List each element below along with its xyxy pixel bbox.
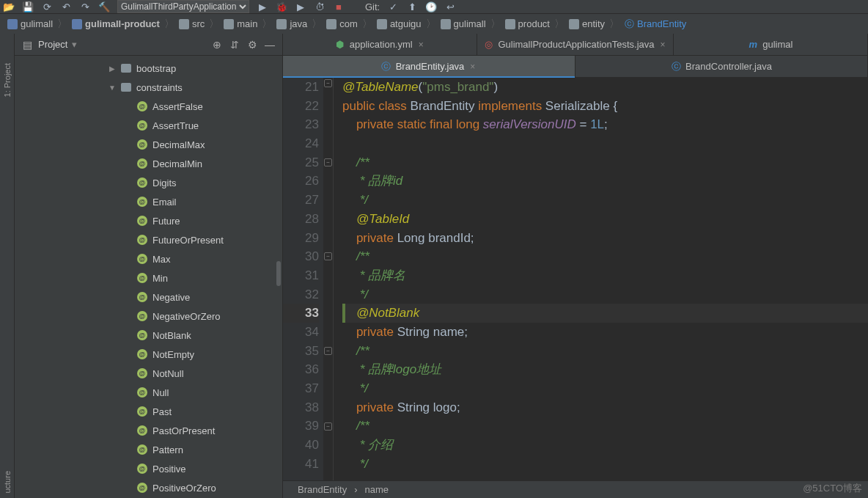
code-line[interactable]: * 介绍 [342,436,868,455]
line-number[interactable]: 39 [283,417,319,436]
tree-item-Email[interactable]: @Email [15,192,282,211]
breadcrumb-atguigu[interactable]: atguigu [374,18,424,29]
breadcrumb-BrandEntity[interactable]: ⓒBrandEntity [621,18,689,29]
debug-icon[interactable]: 🐞 [276,1,287,12]
fold-toggle-icon[interactable]: − [324,79,332,87]
line-number[interactable]: 27 [283,191,319,210]
tree-item-AssertTrue[interactable]: @AssertTrue [15,116,282,135]
line-number[interactable]: 33 [283,304,319,323]
tree-item-Null[interactable]: @Null [15,383,282,402]
tree-item-Past[interactable]: @Past [15,402,282,421]
code-line[interactable]: */ [342,455,868,474]
tree-item-Pattern[interactable]: @Pattern [15,440,282,459]
save-icon[interactable]: 💾 [22,1,34,12]
line-number[interactable]: 22 [283,97,319,116]
code-line[interactable]: * 品牌id [342,172,868,191]
collapse-icon[interactable]: ⇵ [228,38,241,51]
breadcrumb-main[interactable]: main [221,18,260,29]
git-commit-icon[interactable]: ⬆ [406,1,418,12]
code-body[interactable]: @TableName("pms_brand")public class Bran… [334,78,868,480]
code-line[interactable]: /** [342,153,868,172]
tab-GulimallProductApplicationTests.java[interactable]: ◎GulimallProductApplicationTests.java× [477,34,673,55]
code-line[interactable]: public class BrandEntity implements Seri… [342,97,868,116]
tree-item-PastOrPresent[interactable]: @PastOrPresent [15,421,282,440]
undo-icon[interactable]: ↶ [60,1,72,12]
line-number[interactable]: 34 [283,323,319,342]
open-icon[interactable]: 📂 [3,1,15,12]
code-line[interactable]: private Long brandId; [342,229,868,248]
rail-project[interactable]: 1: Project [3,63,12,97]
tree-item-Max[interactable]: @Max [15,249,282,268]
fold-toggle-icon[interactable]: − [324,158,332,166]
tree-item-DecimalMax[interactable]: @DecimalMax [15,135,282,154]
tree-item-Min[interactable]: @Min [15,268,282,288]
breadcrumb-com[interactable]: com [323,18,361,29]
breadcrumb-product[interactable]: product [502,18,553,29]
hide-icon[interactable]: — [263,38,276,51]
code-line[interactable]: private static final long serialVersionU… [342,115,868,134]
breadcrumb-src[interactable]: src [176,18,207,29]
code-line[interactable]: /** [342,342,868,361]
project-tree[interactable]: ▶bootstrap▼constraints@AssertFalse@Asser… [15,56,282,498]
line-number[interactable]: 36 [283,360,319,379]
line-number[interactable]: 26 [283,172,319,191]
line-number[interactable]: 23 [283,115,319,134]
rail-structure[interactable]: ucture [3,471,12,494]
tree-item-FutureOrPresent[interactable]: @FutureOrPresent [15,230,282,249]
line-number[interactable]: 30 [283,247,319,266]
fold-column[interactable]: −−−−− [323,78,334,480]
breadcrumb-gulimall[interactable]: gulimall [4,18,56,29]
line-number[interactable]: 24 [283,134,319,153]
tree-item-constraints[interactable]: ▼constraints [15,78,282,97]
code-line[interactable]: private String name; [342,323,868,342]
code-line[interactable] [342,134,868,153]
chevron-icon[interactable]: ▶ [108,65,116,73]
git-revert-icon[interactable]: ↩ [444,1,456,12]
refresh-icon[interactable]: ⟳ [41,1,53,12]
tree-item-NotBlank[interactable]: @NotBlank [15,326,282,345]
project-view-dropdown-icon[interactable]: ▾ [72,39,77,50]
code-line[interactable]: */ [342,191,868,210]
tree-item-NotNull[interactable]: @NotNull [15,364,282,383]
chevron-icon[interactable]: ▼ [108,84,116,92]
code-line[interactable]: private String logo; [342,398,868,417]
code-line[interactable]: */ [342,379,868,398]
code-line[interactable]: @TableName("pms_brand") [342,78,868,97]
line-number[interactable]: 37 [283,379,319,398]
line-number[interactable]: 38 [283,398,319,417]
line-number[interactable]: 21 [283,78,319,97]
code-editor[interactable]: 2122232425262728293031323334353637383940… [283,78,868,480]
code-line[interactable]: /** [342,417,868,436]
tree-item-NegativeOrZero[interactable]: @NegativeOrZero [15,307,282,326]
tree-item-DecimalMin[interactable]: @DecimalMin [15,154,282,173]
hammer-icon[interactable]: 🔨 [98,1,110,12]
fold-toggle-icon[interactable]: − [324,252,332,260]
tab-BrandController.java[interactable]: ⓒBrandController.java [575,56,868,77]
line-number[interactable]: 29 [283,229,319,248]
breadcrumb-entity[interactable]: entity [566,18,608,29]
tab-gulimal[interactable]: mgulimal [674,34,868,55]
line-number[interactable]: 28 [283,210,319,229]
code-line[interactable]: * 品牌logo地址 [342,360,868,379]
line-number[interactable]: 41 [283,455,319,474]
gear-icon[interactable]: ⚙ [246,38,259,51]
project-view-icon[interactable]: ▤ [21,38,34,51]
run-config-select[interactable]: GulimallThirdPartyApplication [117,0,249,13]
breadcrumb-gulimall[interactable]: gulimall [438,18,489,29]
redo-icon[interactable]: ↷ [79,1,91,12]
tab-BrandEntity.java[interactable]: ⓒBrandEntity.java× [283,56,575,77]
line-number[interactable]: 32 [283,285,319,304]
stop-icon[interactable]: ■ [333,1,345,12]
target-icon[interactable]: ⊕ [210,38,224,51]
breadcrumb-gulimall-product[interactable]: gulimall-product [69,18,163,29]
run-icon[interactable]: ▶ [257,1,268,12]
tab-application.yml[interactable]: ⬢application.yml× [283,34,477,55]
code-line[interactable]: @NotBlank [342,304,868,323]
tree-item-Positive[interactable]: @Positive [15,459,282,478]
tree-item-bootstrap[interactable]: ▶bootstrap [15,59,282,78]
editor-crumb-member[interactable]: name [365,484,389,495]
code-line[interactable]: * 品牌名 [342,266,868,285]
tree-item-PositiveOrZero[interactable]: @PositiveOrZero [15,478,282,497]
git-update-icon[interactable]: ✓ [387,1,399,12]
tree-item-AssertFalse[interactable]: @AssertFalse [15,97,282,116]
